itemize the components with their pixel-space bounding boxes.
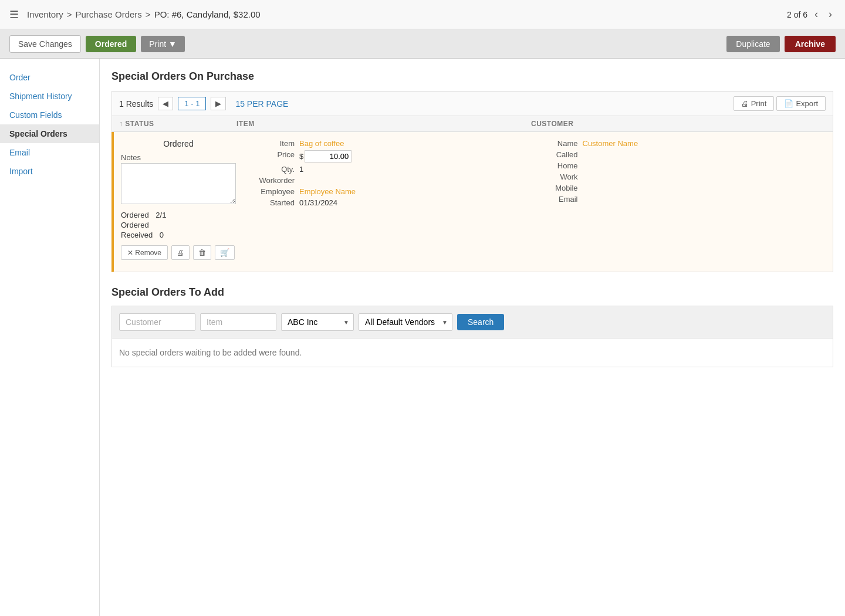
print-row-button[interactable]: 🖨: [171, 245, 190, 260]
menu-icon[interactable]: ☰: [9, 8, 19, 21]
cust-work-label: Work: [543, 172, 578, 181]
cust-name-value[interactable]: Customer Name: [583, 139, 638, 148]
item-detail-price: Price $: [248, 150, 531, 163]
price-input-group: $: [299, 150, 351, 163]
item-value[interactable]: Bag of coffee: [299, 139, 344, 148]
received-value: 0: [160, 231, 164, 239]
sidebar-item-custom-fields[interactable]: Custom Fields: [0, 106, 99, 124]
sidebar-item-order[interactable]: Order: [0, 68, 99, 87]
pagination-prev-button[interactable]: ‹: [811, 7, 822, 22]
pagination-nav: 2 of 6 ‹ ›: [787, 7, 836, 22]
item-label: Item: [248, 139, 295, 148]
ordered-label-2: Ordered: [121, 221, 149, 229]
results-print-button[interactable]: 🖨 Print: [734, 96, 775, 111]
order-row-right: Name Customer Name Called Home Work: [531, 139, 826, 265]
print-label: Print: [149, 39, 166, 49]
col-header-status[interactable]: ↑ STATUS: [119, 120, 236, 128]
order-status-label: Ordered: [121, 139, 236, 148]
cart-row-button[interactable]: 🛒: [215, 245, 235, 260]
printer-icon: 🖨: [741, 99, 749, 108]
sidebar-link-custom-fields[interactable]: Custom Fields: [9, 110, 62, 120]
breadcrumb-inventory[interactable]: Inventory: [27, 9, 63, 19]
started-label: Started: [248, 198, 295, 207]
item-search-input[interactable]: [200, 313, 276, 331]
sidebar-link-shipment-history[interactable]: Shipment History: [9, 92, 72, 101]
cust-email-label: Email: [543, 195, 578, 204]
breadcrumb-purchase-orders[interactable]: Purchase Orders: [75, 9, 141, 19]
archive-button[interactable]: Archive: [785, 36, 836, 52]
print-button[interactable]: Print ▼: [141, 36, 185, 52]
results-print-label: Print: [751, 99, 767, 108]
all-vendors-select-wrapper: All Default Vendors Custom Vendors: [359, 313, 452, 331]
no-results-message: No special orders waiting to be added we…: [111, 339, 833, 367]
customer-detail-called: Called: [543, 150, 826, 159]
sidebar-item-shipment-history[interactable]: Shipment History: [0, 87, 99, 106]
qty-label: Qty.: [248, 165, 295, 174]
currency-symbol: $: [299, 152, 303, 161]
results-export-button[interactable]: 📄 Export: [776, 96, 826, 111]
page-prev-button[interactable]: ◀: [158, 97, 173, 110]
action-bar-right: Duplicate Archive: [726, 36, 836, 52]
notes-textarea[interactable]: [121, 163, 236, 204]
price-label: Price: [248, 150, 295, 159]
breadcrumb: ☰ Inventory > Purchase Orders > PO: #6, …: [9, 8, 261, 21]
item-detail-employee: Employee Employee Name: [248, 187, 531, 196]
duplicate-button[interactable]: Duplicate: [726, 36, 779, 52]
customer-detail-email: Email: [543, 195, 826, 204]
sidebar-link-order[interactable]: Order: [9, 73, 31, 82]
ordered-value-1: 2/1: [156, 211, 166, 219]
item-detail-started: Started 01/31/2024: [248, 198, 531, 207]
pagination-label: 2 of 6: [787, 10, 807, 19]
special-orders-to-add-section: Special Orders To Add ABC Inc Other Vend…: [111, 286, 833, 367]
order-row-middle: Item Bag of coffee Price $ Qty.: [236, 139, 531, 265]
all-vendors-select[interactable]: All Default Vendors Custom Vendors: [359, 313, 452, 331]
section-title-on-purchase: Special Orders On Purchase: [111, 70, 833, 83]
top-bar: ☰ Inventory > Purchase Orders > PO: #6, …: [0, 0, 845, 29]
sidebar-label-special-orders: Special Orders: [9, 129, 67, 138]
search-button[interactable]: Search: [457, 314, 504, 330]
item-detail-workorder: Workorder: [248, 176, 531, 185]
ordered-button[interactable]: Ordered: [86, 36, 136, 52]
col-header-customer: CUSTOMER: [531, 120, 826, 128]
per-page-link[interactable]: 15 PER PAGE: [235, 99, 288, 109]
content-area: Special Orders On Purchase 1 Results ◀ 1…: [100, 59, 845, 616]
price-value: $: [299, 150, 351, 163]
sidebar: Order Shipment History Custom Fields Spe…: [0, 59, 100, 616]
results-bar: 1 Results ◀ 1 - 1 ▶ 15 PER PAGE 🖨 Print …: [111, 91, 833, 116]
order-row: Ordered Notes Ordered 2/1 Ordered: [111, 132, 833, 272]
item-detail-qty: Qty. 1: [248, 165, 531, 174]
sidebar-item-import[interactable]: Import: [0, 162, 99, 181]
pagination-next-button[interactable]: ›: [825, 7, 836, 22]
price-input[interactable]: [305, 150, 351, 163]
customer-search-input[interactable]: [119, 313, 195, 331]
vendor-select[interactable]: ABC Inc Other Vendor: [281, 313, 354, 331]
notes-label: Notes: [121, 153, 236, 162]
cust-name-label: Name: [543, 139, 578, 148]
print-arrow-icon: ▼: [168, 39, 177, 49]
section-title-to-add: Special Orders To Add: [111, 286, 833, 299]
col-header-item: ITEM: [236, 120, 531, 128]
page-indicator: 1 - 1: [178, 97, 206, 110]
page-next-button[interactable]: ▶: [211, 97, 226, 110]
vendor-select-wrapper: ABC Inc Other Vendor: [281, 313, 354, 331]
ordered-meta-1: Ordered 2/1: [121, 211, 236, 219]
item-detail-item: Item Bag of coffee: [248, 139, 531, 148]
qty-value: 1: [299, 165, 303, 174]
employee-value[interactable]: Employee Name: [299, 187, 356, 196]
results-bar-right: 🖨 Print 📄 Export: [734, 96, 826, 111]
sidebar-item-email[interactable]: Email: [0, 143, 99, 162]
add-orders-bar: ABC Inc Other Vendor All Default Vendors…: [111, 306, 833, 339]
results-export-label: Export: [796, 99, 818, 108]
special-orders-on-purchase-section: Special Orders On Purchase 1 Results ◀ 1…: [111, 70, 833, 272]
sidebar-item-special-orders[interactable]: Special Orders: [0, 124, 99, 143]
customer-detail-work: Work: [543, 172, 826, 181]
sidebar-link-import[interactable]: Import: [9, 167, 33, 176]
sidebar-link-email[interactable]: Email: [9, 148, 30, 157]
remove-button[interactable]: ✕ Remove: [121, 245, 168, 260]
main-layout: Order Shipment History Custom Fields Spe…: [0, 59, 845, 616]
customer-detail-home: Home: [543, 161, 826, 170]
breadcrumb-sep1: >: [67, 9, 72, 19]
delete-row-button[interactable]: 🗑: [193, 245, 211, 260]
cust-called-label: Called: [543, 150, 578, 159]
save-changes-button[interactable]: Save Changes: [9, 35, 81, 53]
